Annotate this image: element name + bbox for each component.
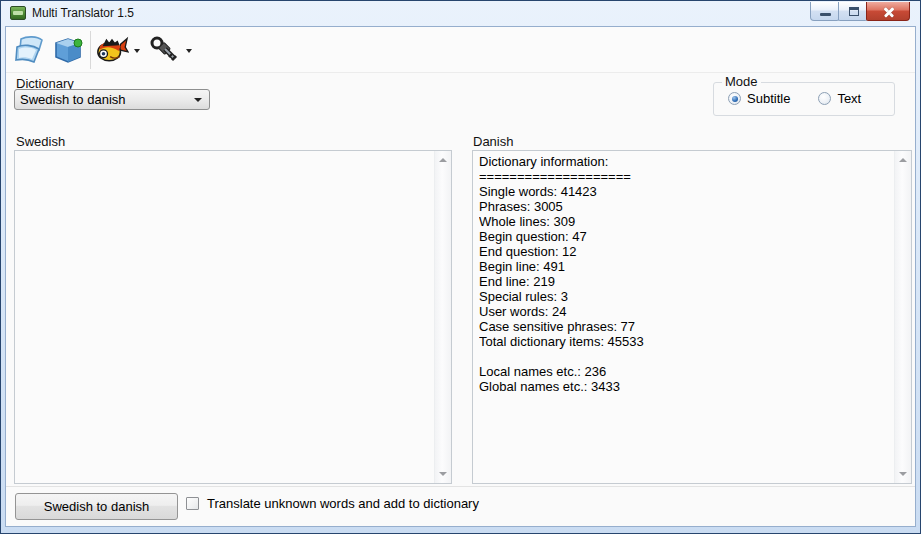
target-scrollbar[interactable] <box>894 151 911 483</box>
radio-text[interactable]: Text <box>818 91 861 106</box>
target-textarea[interactable]: Dictionary information: ================… <box>472 150 912 484</box>
source-textarea[interactable] <box>14 150 452 484</box>
save-button[interactable] <box>50 32 86 68</box>
radio-subtitle[interactable]: Subtitle <box>728 91 790 106</box>
close-icon <box>883 6 895 18</box>
client-area: Dictionary Swedish to danish Mode Subtit… <box>5 26 916 527</box>
mode-legend: Mode <box>722 74 761 89</box>
dictionary-selected-value: Swedish to danish <box>20 90 126 109</box>
toolbar <box>6 27 915 73</box>
source-scrollbar[interactable] <box>434 151 451 483</box>
key-button-toolbar[interactable] <box>146 32 182 68</box>
translate-fish-icon <box>95 34 129 66</box>
translate-dropdown-arrow-icon[interactable] <box>134 49 140 53</box>
scroll-down-icon[interactable] <box>895 466 911 482</box>
minimize-button[interactable] <box>810 2 839 21</box>
toolbar-separator <box>90 31 91 69</box>
target-text-content: Dictionary information: ================… <box>479 154 889 480</box>
translate-unknown-checkbox[interactable] <box>186 497 199 510</box>
target-pane-label: Danish <box>473 134 513 149</box>
title-bar: Multi Translator 1.5 <box>1 1 920 26</box>
dictionary-select[interactable]: Swedish to danish <box>14 89 210 110</box>
app-icon <box>10 6 26 20</box>
source-pane-label: Swedish <box>16 134 65 149</box>
open-file-icon <box>13 35 47 65</box>
chevron-down-icon <box>194 98 202 102</box>
scroll-up-icon[interactable] <box>895 152 911 168</box>
translate-unknown-checkbox-label: Translate unknown words and add to dicti… <box>207 496 479 511</box>
footer-bar: Swedish to danish Translate unknown word… <box>6 486 915 526</box>
maximize-icon <box>849 7 859 16</box>
minimize-icon <box>820 13 831 16</box>
scroll-up-icon[interactable] <box>435 152 451 168</box>
app-window: Multi Translator 1.5 <box>0 0 921 534</box>
maximize-button[interactable] <box>838 2 867 21</box>
radio-subtitle-icon <box>728 92 741 105</box>
save-icon <box>52 35 84 65</box>
close-button[interactable] <box>866 2 910 21</box>
radio-text-icon <box>818 92 831 105</box>
source-text-content <box>21 154 429 480</box>
key-icon <box>148 34 180 66</box>
window-title: Multi Translator 1.5 <box>32 1 134 26</box>
open-file-button[interactable] <box>12 32 48 68</box>
translate-action-button[interactable]: Swedish to danish <box>15 493 178 520</box>
scroll-down-icon[interactable] <box>435 466 451 482</box>
mode-groupbox: Mode Subtitle Text <box>713 82 895 116</box>
translate-button-toolbar[interactable] <box>94 32 130 68</box>
key-dropdown-arrow-icon[interactable] <box>186 49 192 53</box>
